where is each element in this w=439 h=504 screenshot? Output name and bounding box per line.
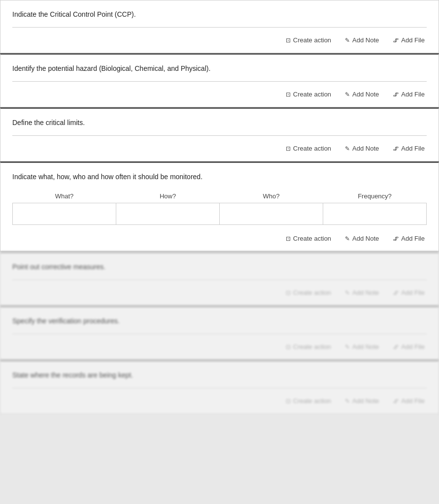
create-action-button[interactable]: ⊡Create action	[284, 35, 333, 45]
paperclip-icon: 🖇	[393, 145, 399, 152]
add-file-label: Add File	[401, 343, 425, 350]
add-file-label: Add File	[401, 289, 425, 296]
section-monitoring: Indicate what, how, who and how often it…	[0, 161, 439, 252]
section-records-label: State where the records are being kept.	[12, 371, 427, 379]
col-header-who: Who?	[220, 189, 323, 203]
paperclip-icon: 🖇	[393, 235, 399, 242]
create-action-icon: ⊡	[286, 91, 291, 98]
section-divider	[12, 334, 427, 334]
section-corrective: Point out corrective measures.⊡Create ac…	[0, 252, 439, 306]
create-action-label: Create action	[293, 397, 331, 405]
add-file-button[interactable]: 🖇Add File	[391, 288, 427, 297]
add-file-label: Add File	[401, 36, 425, 44]
create-action-label: Create action	[293, 91, 331, 98]
pencil-icon: ✎	[345, 37, 350, 44]
add-note-label: Add Note	[352, 145, 379, 152]
create-action-button[interactable]: ⊡Create action	[284, 396, 333, 406]
create-action-button[interactable]: ⊡Create action	[284, 288, 333, 297]
paperclip-icon: 🖇	[393, 289, 399, 296]
section-divider	[12, 388, 427, 388]
section-corrective-label: Point out corrective measures.	[12, 263, 427, 271]
create-action-icon: ⊡	[286, 235, 291, 242]
table-cell-input[interactable]	[118, 205, 217, 222]
add-note-label: Add Note	[352, 343, 379, 350]
add-note-button[interactable]: ✎Add Note	[343, 396, 381, 406]
add-note-label: Add Note	[352, 397, 379, 405]
add-file-label: Add File	[401, 235, 425, 242]
add-note-button[interactable]: ✎Add Note	[343, 35, 381, 45]
add-note-button[interactable]: ✎Add Note	[343, 234, 381, 243]
section-hazard: Identify the potential hazard (Biologica…	[0, 53, 439, 107]
section-divider	[12, 280, 427, 280]
col-header-what: What?	[13, 189, 116, 203]
add-file-button[interactable]: 🖇Add File	[391, 144, 427, 153]
section-divider	[12, 27, 427, 28]
pencil-icon: ✎	[345, 344, 350, 350]
create-action-label: Create action	[293, 235, 331, 242]
section-limits-label: Define the critical limits.	[12, 119, 427, 126]
create-action-icon: ⊡	[286, 145, 291, 152]
section-divider	[12, 135, 427, 136]
create-action-button[interactable]: ⊡Create action	[284, 234, 333, 243]
create-action-icon: ⊡	[286, 37, 291, 44]
add-file-button[interactable]: 🖇Add File	[391, 35, 427, 45]
add-note-button[interactable]: ✎Add Note	[343, 288, 381, 297]
add-note-label: Add Note	[352, 235, 379, 242]
section-limits: Define the critical limits.⊡Create actio…	[0, 107, 439, 161]
add-file-button[interactable]: 🖇Add File	[391, 90, 427, 99]
add-note-button[interactable]: ✎Add Note	[343, 342, 381, 351]
table-cell-input[interactable]	[15, 205, 114, 222]
pencil-icon: ✎	[345, 91, 350, 98]
section-monitoring-label: Indicate what, how, who and how often it…	[12, 173, 427, 181]
section-verification-label: Specify the verification procedures.	[12, 317, 427, 325]
paperclip-icon: 🖇	[393, 344, 399, 350]
create-action-icon: ⊡	[286, 289, 291, 296]
section-divider	[12, 81, 427, 82]
pencil-icon: ✎	[345, 289, 350, 296]
create-action-label: Create action	[293, 145, 331, 152]
section-verification: Specify the verification procedures.⊡Cre…	[0, 306, 439, 360]
add-file-label: Add File	[401, 91, 425, 98]
create-action-label: Create action	[293, 343, 331, 350]
add-note-label: Add Note	[352, 36, 379, 44]
monitoring-table: What?How?Who?Frequency?	[12, 189, 427, 225]
pencil-icon: ✎	[345, 145, 350, 152]
add-file-label: Add File	[401, 397, 425, 405]
create-action-button[interactable]: ⊡Create action	[284, 342, 333, 351]
section-ccp: Indicate the Critical Control Point (CCP…	[0, 0, 439, 53]
create-action-icon: ⊡	[286, 344, 291, 350]
paperclip-icon: 🖇	[393, 398, 399, 405]
add-note-button[interactable]: ✎Add Note	[343, 144, 381, 153]
create-action-label: Create action	[293, 289, 331, 296]
add-file-button[interactable]: 🖇Add File	[391, 234, 427, 243]
section-records: State where the records are being kept.⊡…	[0, 360, 439, 414]
create-action-button[interactable]: ⊡Create action	[284, 90, 333, 99]
pencil-icon: ✎	[345, 398, 350, 405]
add-note-label: Add Note	[352, 91, 379, 98]
table-row	[13, 203, 427, 225]
create-action-label: Create action	[293, 36, 331, 44]
section-hazard-label: Identify the potential hazard (Biologica…	[12, 64, 427, 72]
create-action-button[interactable]: ⊡Create action	[284, 144, 333, 153]
col-header-how: How?	[116, 189, 220, 203]
add-file-button[interactable]: 🖇Add File	[391, 342, 427, 351]
table-cell-input[interactable]	[325, 205, 424, 222]
add-file-button[interactable]: 🖇Add File	[391, 396, 427, 406]
pencil-icon: ✎	[345, 235, 350, 242]
add-note-button[interactable]: ✎Add Note	[343, 90, 381, 99]
add-file-label: Add File	[401, 145, 425, 152]
table-cell-input[interactable]	[222, 205, 321, 222]
section-ccp-label: Indicate the Critical Control Point (CCP…	[12, 10, 427, 18]
add-note-label: Add Note	[352, 289, 379, 296]
paperclip-icon: 🖇	[393, 37, 399, 44]
create-action-icon: ⊡	[286, 398, 291, 405]
col-header-frequency: Frequency?	[323, 189, 427, 203]
paperclip-icon: 🖇	[393, 91, 399, 98]
